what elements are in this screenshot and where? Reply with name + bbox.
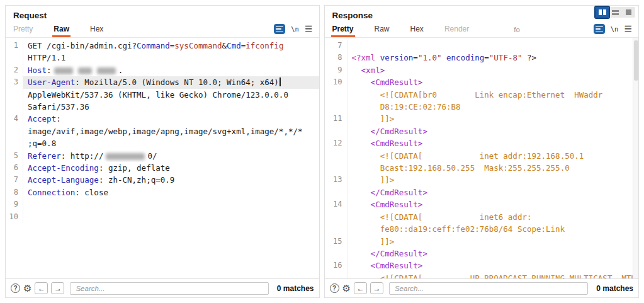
layout-single-button[interactable] (622, 7, 635, 18)
line-number: 8 (325, 52, 347, 64)
layout-toggle-group (596, 7, 635, 18)
layout-rows-button[interactable] (609, 7, 622, 18)
tab-raw[interactable]: Raw (373, 22, 391, 37)
line-number: 4 (6, 113, 23, 125)
code-line-text: <CmdResult> (347, 260, 639, 272)
line-number (325, 211, 347, 223)
code-line: 8Connection: close (6, 186, 319, 198)
search-input[interactable] (389, 282, 588, 295)
code-line: 1GET /cgi-bin/admin.cgi?Command=sysComma… (6, 40, 319, 52)
newline-toggle-icon[interactable]: \n (291, 25, 299, 33)
code-line: 12 <CmdResult> (325, 137, 639, 149)
search-prev-button[interactable]: ← (35, 282, 48, 294)
search-next-button[interactable]: → (370, 282, 383, 294)
code-line-text: <![CDATA[br0 Link encap:Ethernet HWaddr (347, 89, 639, 101)
line-number: 8 (6, 186, 23, 198)
scrollbar-thumb[interactable] (634, 40, 638, 81)
code-line-text: fe80::da19:ceff:fe02:76b8/64 Scope:Link (347, 223, 639, 235)
code-line-text: D8:19:CE:02:76:B8 (347, 101, 639, 113)
line-number: 13 (325, 174, 347, 186)
line-number (6, 137, 23, 149)
code-line: image/avif,image/webp,image/apng,image/s… (6, 125, 319, 137)
line-number (325, 89, 347, 101)
code-line-text: <CmdResult> (347, 137, 639, 149)
code-line: Safari/537.36 (6, 101, 319, 113)
code-line: D8:19:CE:02:76:B8 (325, 101, 639, 113)
line-number (6, 89, 23, 101)
line-number (325, 223, 347, 235)
tab-raw[interactable]: Raw (52, 22, 71, 37)
code-line: <![CDATA[ inet6 addr: (325, 211, 639, 223)
code-line-text: GET /cgi-bin/admin.cgi?Command=sysComman… (23, 40, 319, 52)
request-editor-tools: \n ☰ (274, 24, 312, 37)
code-line: 10 (6, 211, 319, 223)
response-scrollbar[interactable] (633, 38, 638, 278)
code-line-text: ]]> (347, 113, 639, 125)
request-editor[interactable]: 1GET /cgi-bin/admin.cgi?Command=sysComma… (6, 38, 319, 278)
line-number (6, 125, 23, 137)
code-line-text: <![CDATA[ UP BROADCAST RUNNING MULTICAST… (347, 272, 639, 278)
response-search-bar: ? ⚙ ← → 0 matches (325, 278, 639, 297)
tab-hex[interactable]: Hex (89, 22, 105, 37)
response-tabbar: PrettyRawHexRenderfo \n ☰ (325, 21, 639, 38)
code-line: </CmdResult> (325, 125, 639, 137)
code-line: 9 (6, 198, 319, 210)
tab-pretty[interactable]: Pretty (12, 22, 34, 37)
redacted-text (78, 67, 92, 74)
code-line-text: AppleWebKit/537.36 (KHTML, like Gecko) C… (23, 89, 319, 101)
code-line: </CmdResult> (325, 248, 639, 260)
line-number: 5 (6, 150, 23, 162)
line-number (325, 272, 347, 278)
code-line-text: image/avif,image/webp,image/apng,image/s… (23, 125, 319, 137)
newline-toggle-icon[interactable]: \n (611, 25, 619, 33)
editor-menu-icon[interactable]: ☰ (624, 25, 632, 33)
response-panel: Response PrettyRawHexRenderfo \n ☰ 78<?x… (324, 5, 640, 298)
request-tabs: PrettyRawHex (12, 22, 105, 37)
match-count: 0 matches (596, 284, 633, 293)
settings-gear-icon[interactable]: ⚙ (23, 283, 31, 294)
code-line: 6Accept-Encoding: gzip, deflate (6, 162, 319, 174)
code-line-text (347, 40, 639, 52)
search-prev-button[interactable]: ← (354, 282, 367, 294)
code-line: HTTP/1.1 (6, 52, 319, 64)
settings-gear-icon[interactable]: ⚙ (342, 283, 351, 294)
code-line-text (23, 198, 319, 210)
code-line: 5Referer: http://0/ (6, 150, 319, 162)
code-line: 8<?xml version="1.0" encoding="UTF-8" ?> (325, 52, 639, 64)
tab-hex[interactable]: Hex (409, 22, 425, 37)
line-number: 10 (325, 76, 347, 88)
line-number (325, 101, 347, 113)
code-line: 16 <CmdResult> (325, 260, 639, 272)
line-number: 11 (325, 113, 347, 125)
code-line-text: Connection: close (23, 186, 319, 198)
line-number (6, 52, 23, 64)
code-line-text: ;q=0.8 (23, 137, 319, 149)
search-next-button[interactable]: → (51, 282, 64, 294)
response-viewer[interactable]: 78<?xml version="1.0" encoding="UTF-8" ?… (325, 38, 639, 278)
search-input[interactable] (70, 282, 268, 295)
request-tabbar: PrettyRawHex \n ☰ (6, 21, 319, 38)
code-line-text: Bcast:192.168.50.255 Mask:255.255.255.0 (347, 162, 639, 174)
line-number: 9 (6, 198, 23, 210)
code-line-text: <?xml version="1.0" encoding="UTF-8" ?> (347, 52, 639, 64)
tab-pretty[interactable]: Pretty (331, 22, 355, 37)
layout-columns-button[interactable] (596, 7, 609, 18)
line-number: 9 (325, 64, 347, 76)
pretty-print-icon[interactable] (594, 24, 605, 34)
code-line-text: Host:. (23, 64, 319, 76)
help-icon[interactable]: ? (11, 283, 20, 293)
line-number: 1 (6, 40, 23, 52)
repeater-view: Request PrettyRawHex \n ☰ 1GET /cgi-bin/… (0, 0, 644, 303)
text-cursor (280, 77, 281, 86)
editor-menu-icon[interactable]: ☰ (305, 25, 313, 33)
request-title: Request (6, 6, 319, 21)
tab-render[interactable]: Render (443, 22, 470, 37)
code-line: AppleWebKit/537.36 (KHTML, like Gecko) C… (6, 89, 319, 101)
line-number: 14 (325, 198, 347, 210)
code-line: 2Host:. (6, 64, 319, 76)
pretty-print-icon[interactable] (274, 24, 285, 34)
code-line-text: </CmdResult> (347, 125, 639, 137)
code-line: 15 ]]> (325, 236, 639, 248)
response-title: Response (325, 6, 639, 21)
help-icon[interactable]: ? (330, 283, 339, 293)
